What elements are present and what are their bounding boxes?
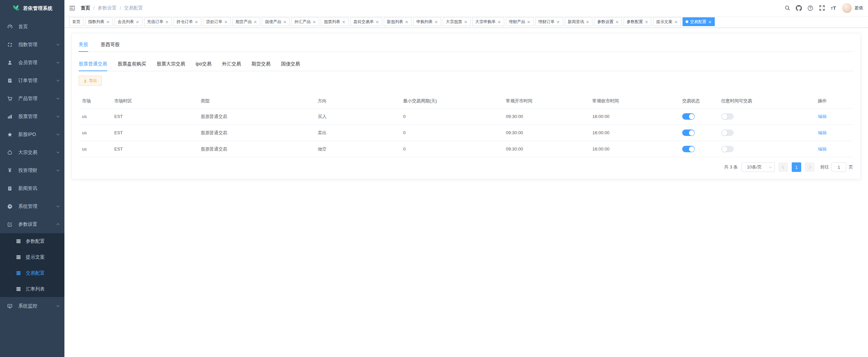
tag-item[interactable]: 持仓订单× bbox=[174, 17, 201, 26]
close-icon[interactable]: × bbox=[106, 20, 110, 24]
fullscreen-button[interactable] bbox=[816, 2, 828, 14]
tag-item[interactable]: 股票列表× bbox=[321, 17, 349, 26]
help-button[interactable] bbox=[805, 2, 816, 14]
avatar[interactable] bbox=[842, 3, 852, 13]
tag-item[interactable]: 期货产品× bbox=[233, 17, 260, 26]
tag-item-active[interactable]: 交易配置× bbox=[683, 17, 715, 26]
tag-item[interactable]: 提示文案× bbox=[653, 17, 681, 26]
sidebar-item-stock-mgmt[interactable]: 股票管理 bbox=[0, 107, 64, 125]
close-icon[interactable]: × bbox=[342, 20, 346, 24]
tag-item[interactable]: 参数设置× bbox=[594, 17, 622, 26]
sidebar-item-ipo[interactable]: 新股IPO bbox=[0, 125, 64, 143]
sidebar-item-system-monitor[interactable]: 系统监控 bbox=[0, 297, 64, 315]
github-button[interactable] bbox=[793, 2, 805, 14]
close-icon[interactable]: × bbox=[527, 20, 531, 24]
tag-item[interactable]: 参数配置× bbox=[624, 17, 651, 26]
page-size-select[interactable]: 10条/页 bbox=[742, 162, 775, 172]
edit-link[interactable]: 编辑 bbox=[818, 130, 827, 135]
submenu-item-param-config[interactable]: 参数配置 bbox=[0, 233, 64, 249]
tag-item[interactable]: 新闻资讯× bbox=[565, 17, 593, 26]
close-icon[interactable]: × bbox=[708, 20, 712, 24]
export-button[interactable]: 导出 bbox=[79, 76, 102, 86]
close-icon[interactable]: × bbox=[645, 20, 648, 24]
tag-item[interactable]: 申购列表× bbox=[413, 17, 441, 26]
tag-item[interactable]: 新股列表× bbox=[384, 17, 412, 26]
app-logo[interactable]: 若依管理系统 bbox=[0, 0, 64, 17]
tag-item[interactable]: 国债产品× bbox=[262, 17, 290, 26]
tag-item[interactable]: 盘前交易单× bbox=[350, 17, 382, 26]
anytime-trade-toggle[interactable] bbox=[721, 130, 734, 136]
tag-item[interactable]: 理财订单× bbox=[535, 17, 563, 26]
tag-item[interactable]: 指数列表× bbox=[85, 17, 113, 26]
close-icon[interactable]: × bbox=[586, 20, 590, 24]
close-icon[interactable]: × bbox=[195, 20, 198, 24]
font-size-button[interactable]: TT bbox=[828, 2, 839, 14]
sidebar-item-order-mgmt[interactable]: 订单管理 bbox=[0, 72, 64, 90]
close-icon[interactable]: × bbox=[556, 20, 560, 24]
goto-page-input[interactable] bbox=[831, 162, 846, 172]
star-icon bbox=[7, 132, 13, 138]
close-icon[interactable]: × bbox=[464, 20, 468, 24]
sidebar-menu: 首页 指数管理 会员管理 订单管理 产 bbox=[0, 18, 64, 315]
tab-mexico-stock[interactable]: 墨西哥股 bbox=[101, 38, 120, 52]
prev-page-button[interactable] bbox=[778, 162, 788, 172]
tab-stock-normal-trade[interactable]: 股票普通交易 bbox=[79, 57, 107, 71]
submenu-item-trade-config[interactable]: 交易配置 bbox=[0, 265, 64, 281]
close-icon[interactable]: × bbox=[674, 20, 678, 24]
close-icon[interactable]: × bbox=[312, 20, 316, 24]
user-name[interactable]: 若依 bbox=[854, 5, 863, 11]
anytime-trade-toggle[interactable] bbox=[721, 113, 734, 120]
trade-status-toggle[interactable] bbox=[682, 113, 695, 120]
close-icon[interactable]: × bbox=[405, 20, 409, 24]
breadcrumb-level2: 交易配置 bbox=[124, 5, 143, 11]
tag-item[interactable]: 外汇产品× bbox=[291, 17, 319, 26]
submenu-item-exchange-rate-list[interactable]: 汇率列表 bbox=[0, 281, 64, 297]
close-icon[interactable]: × bbox=[224, 20, 228, 24]
sidebar-item-index-mgmt[interactable]: 指数管理 bbox=[0, 36, 64, 54]
search-button[interactable] bbox=[782, 2, 793, 14]
sidebar-item-system-mgmt[interactable]: 系统管理 bbox=[0, 197, 64, 215]
sidebar-item-member-mgmt[interactable]: 会员管理 bbox=[0, 54, 64, 72]
tag-item[interactable]: 大宗申购单× bbox=[472, 17, 504, 26]
tab-futures-trade[interactable]: 期货交易 bbox=[252, 57, 271, 71]
tag-item[interactable]: 理财产品× bbox=[506, 17, 534, 26]
tab-bond-trade[interactable]: 国债交易 bbox=[281, 57, 300, 71]
close-icon[interactable]: × bbox=[283, 20, 287, 24]
next-page-button[interactable] bbox=[805, 162, 814, 172]
sidebar-item-param-settings[interactable]: 参数设置 bbox=[0, 215, 64, 233]
close-icon[interactable]: × bbox=[434, 20, 438, 24]
breadcrumb-home[interactable]: 首页 bbox=[81, 5, 90, 11]
sidebar-item-invest[interactable]: ¥ 投资理财 bbox=[0, 161, 64, 179]
tab-ipo-trade[interactable]: ipo交易 bbox=[196, 57, 212, 71]
close-icon[interactable]: × bbox=[254, 20, 257, 24]
close-icon[interactable]: × bbox=[497, 20, 501, 24]
col-actions: 操作 bbox=[814, 94, 853, 108]
sidebar-toggle-button[interactable] bbox=[64, 0, 80, 16]
anytime-trade-toggle[interactable] bbox=[721, 146, 734, 152]
close-icon[interactable]: × bbox=[615, 20, 619, 24]
tab-us-stock[interactable]: 美股 bbox=[79, 38, 88, 52]
tag-item[interactable]: 大宗股票× bbox=[443, 17, 471, 26]
edit-link[interactable]: 编辑 bbox=[818, 114, 827, 119]
close-icon[interactable]: × bbox=[165, 20, 169, 24]
navbar-actions: TT 若依 bbox=[782, 2, 868, 14]
tag-item[interactable]: 贷款订单× bbox=[203, 17, 231, 26]
edit-link[interactable]: 编辑 bbox=[818, 146, 827, 152]
chevron-down-icon bbox=[57, 204, 59, 207]
sidebar-item-product-mgmt[interactable]: 产品管理 bbox=[0, 90, 64, 107]
tab-forex-trade[interactable]: 外汇交易 bbox=[222, 57, 241, 71]
submenu-item-prompt-text[interactable]: 提示文案 bbox=[0, 249, 64, 265]
tag-item[interactable]: 充值订单× bbox=[144, 17, 172, 26]
tab-stock-block-trade[interactable]: 股票大宗交易 bbox=[157, 57, 185, 71]
trade-status-toggle[interactable] bbox=[682, 146, 695, 152]
tag-item[interactable]: 会员列表× bbox=[115, 17, 142, 26]
sidebar-item-home[interactable]: 首页 bbox=[0, 18, 64, 36]
close-icon[interactable]: × bbox=[375, 20, 379, 24]
sidebar-item-block-trade[interactable]: 大宗交易 bbox=[0, 143, 64, 161]
page-number-1[interactable]: 1 bbox=[792, 162, 801, 172]
trade-status-toggle[interactable] bbox=[682, 130, 695, 136]
tab-stock-premarket-buy[interactable]: 股票盘前购买 bbox=[118, 57, 146, 71]
tag-item[interactable]: 首页 bbox=[69, 17, 83, 26]
close-icon[interactable]: × bbox=[136, 20, 139, 24]
sidebar-item-news[interactable]: 新闻资讯 bbox=[0, 179, 64, 197]
